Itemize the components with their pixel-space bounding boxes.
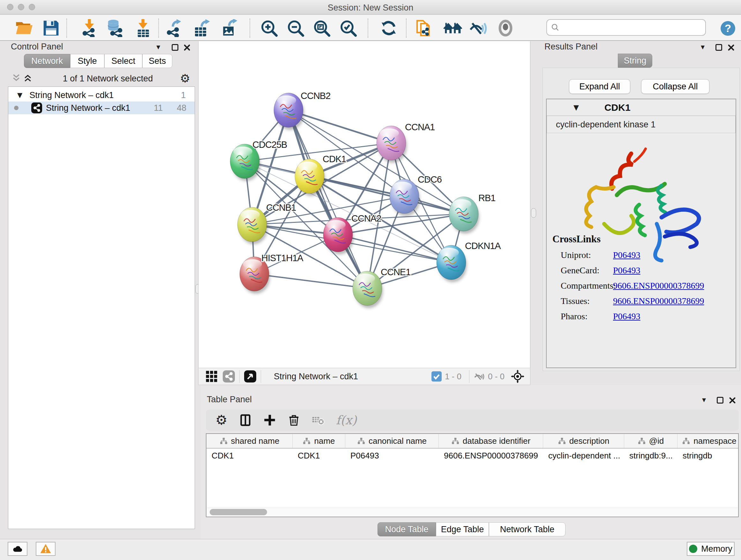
node-CCNE1[interactable]: CCNE1 xyxy=(353,267,410,308)
column-header-canonical-name[interactable]: canonical name xyxy=(345,434,439,448)
save-session-icon[interactable] xyxy=(42,19,60,37)
node-label-HIST1H1A: HIST1H1A xyxy=(261,253,304,263)
node-CCNA2[interactable]: CCNA2 xyxy=(323,213,381,254)
zoom-selected-icon[interactable] xyxy=(339,19,357,37)
table-panel-menu-icon[interactable]: ▾ xyxy=(702,395,706,404)
show-columns-icon[interactable] xyxy=(239,414,252,427)
table-options-gear-icon[interactable]: ⚙ xyxy=(215,414,227,427)
gene-section-header[interactable]: ▼ CDK1 xyxy=(547,99,736,116)
table-cell[interactable]: CDK1 xyxy=(206,451,293,461)
table-horizontal-scrollbar[interactable] xyxy=(207,508,738,516)
help-icon[interactable]: ? xyxy=(720,20,736,37)
node-CDKN1A[interactable]: CDKN1A xyxy=(436,241,501,282)
clone-network-icon[interactable] xyxy=(415,19,433,37)
cloud-icon xyxy=(12,543,23,554)
column-header-shared-name[interactable]: shared name xyxy=(206,434,293,448)
add-column-icon[interactable] xyxy=(263,414,276,427)
control-panel-close-icon[interactable] xyxy=(184,44,191,52)
table-row[interactable]: CDK1CDK1P064939606.ENSP00000378699cyclin… xyxy=(206,449,738,463)
warning-button[interactable] xyxy=(36,542,56,556)
hide-results-icon[interactable] xyxy=(470,19,488,37)
table-cell[interactable]: CDK1 xyxy=(293,451,345,461)
node-CDC25B[interactable]: CDC25B xyxy=(230,139,287,181)
expand-all-icon[interactable] xyxy=(23,73,36,84)
cloud-button[interactable] xyxy=(8,542,27,556)
tab-network-table[interactable]: Network Table xyxy=(489,522,565,537)
tab-network[interactable]: Network xyxy=(24,54,70,68)
node-CCNB2[interactable]: CCNB2 xyxy=(274,91,330,130)
tab-select[interactable]: Select xyxy=(105,54,142,68)
node-CDK1[interactable]: CDK1 xyxy=(295,154,346,196)
export-image-icon[interactable] xyxy=(220,19,238,37)
tab-style[interactable]: Style xyxy=(70,54,105,68)
tab-node-table[interactable]: Node Table xyxy=(378,522,436,537)
zoom-in-icon[interactable] xyxy=(260,19,278,37)
network-canvas[interactable]: CCNB2CCNA1CDC25BCDK1CDC6RB1CCNB1CCNA2CDK… xyxy=(198,41,530,368)
node-CDC6[interactable]: CDC6 xyxy=(390,174,442,216)
expand-all-button[interactable]: Expand All xyxy=(569,79,630,94)
results-panel-menu-icon[interactable]: ▾ xyxy=(701,43,704,51)
column-header-@id[interactable]: @id xyxy=(624,434,677,448)
detach-view-icon[interactable] xyxy=(244,370,256,382)
column-header-name[interactable]: name xyxy=(293,434,345,448)
node-RB1[interactable]: RB1 xyxy=(449,193,495,234)
gene-collapse-icon[interactable]: ▼ xyxy=(574,104,579,111)
table-cell[interactable]: P06493 xyxy=(345,451,439,461)
network-view-icon[interactable] xyxy=(223,370,235,382)
export-network-icon[interactable] xyxy=(165,19,183,37)
crosslink-value[interactable]: P06493 xyxy=(613,250,641,260)
import-network-from-database-icon[interactable] xyxy=(105,19,126,37)
crosslink-value[interactable]: 9606.ENSP00000378699 xyxy=(613,281,704,291)
open-session-icon[interactable] xyxy=(15,19,33,37)
network-collection-row[interactable]: ▼ String Network – cdk1 1 xyxy=(8,89,195,102)
table-cell[interactable]: cyclin-dependent ... xyxy=(543,451,624,461)
navigator-crosshair-icon[interactable] xyxy=(511,370,524,383)
control-panel-float-icon[interactable] xyxy=(172,44,179,51)
table-cell[interactable]: stringdb:9... xyxy=(624,451,677,461)
node-HIST1H1A[interactable]: HIST1H1A xyxy=(240,253,304,294)
network-row[interactable]: String Network – cdk1 11 48 xyxy=(8,102,195,114)
collapse-all-button[interactable]: Collapse All xyxy=(641,79,710,94)
search-input[interactable] xyxy=(546,19,706,36)
table-cell[interactable]: 9606.ENSP00000378699 xyxy=(439,451,543,461)
search-icon xyxy=(551,23,560,32)
network-graph[interactable]: CCNB2CCNA1CDC25BCDK1CDC6RB1CCNB1CCNA2CDK… xyxy=(199,41,531,368)
scrollbar-thumb[interactable] xyxy=(210,509,267,515)
right-divider-grip[interactable] xyxy=(531,208,536,218)
results-panel-float-icon[interactable] xyxy=(716,44,722,51)
export-table-icon[interactable] xyxy=(192,19,212,37)
node-CCNB1[interactable]: CCNB1 xyxy=(238,202,296,244)
tab-edge-table[interactable]: Edge Table xyxy=(436,522,489,537)
table-panel-close-icon[interactable] xyxy=(729,397,736,405)
column-header-description[interactable]: description xyxy=(543,434,624,448)
function-builder-icon[interactable]: f(x) xyxy=(336,413,357,427)
grid-view-icon[interactable] xyxy=(205,370,218,382)
eye-icon[interactable] xyxy=(496,19,515,37)
crosslink-value[interactable]: P06493 xyxy=(613,311,641,321)
column-header-namespace[interactable]: namespace xyxy=(677,434,739,448)
import-network-icon[interactable] xyxy=(80,19,98,37)
zoom-out-icon[interactable] xyxy=(286,19,305,37)
control-panel-menu-icon[interactable]: ▾ xyxy=(156,43,160,51)
memory-button[interactable]: Memory xyxy=(687,542,735,556)
delete-column-icon[interactable] xyxy=(287,414,300,427)
tab-string[interactable]: String xyxy=(618,54,652,68)
table-cell[interactable]: stringdb xyxy=(677,451,739,461)
crosslink-value[interactable]: P06493 xyxy=(613,265,641,275)
selected-checkbox-icon[interactable] xyxy=(431,371,442,381)
refresh-icon[interactable] xyxy=(380,19,398,37)
column-header-database-identifier[interactable]: database identifier xyxy=(439,434,543,448)
home-networks-icon[interactable] xyxy=(443,19,463,37)
results-panel-close-icon[interactable] xyxy=(728,44,735,52)
import-table-icon[interactable] xyxy=(134,19,152,37)
hidden-eye-slash-icon[interactable] xyxy=(474,371,485,382)
zoom-fit-icon[interactable] xyxy=(313,19,331,37)
network-options-gear-icon[interactable]: ⚙ xyxy=(180,73,190,84)
collection-expand-icon[interactable]: ▼ xyxy=(17,91,22,99)
tab-sets[interactable]: Sets xyxy=(142,54,172,68)
crosslink-value[interactable]: 9606.ENSP00000378699 xyxy=(613,296,704,306)
table-panel-float-icon[interactable] xyxy=(717,397,724,403)
collapse-all-icon[interactable] xyxy=(11,73,23,84)
delete-table-icon[interactable] xyxy=(312,414,325,427)
edge-HIST1H1A-CCNE1[interactable] xyxy=(254,274,367,288)
